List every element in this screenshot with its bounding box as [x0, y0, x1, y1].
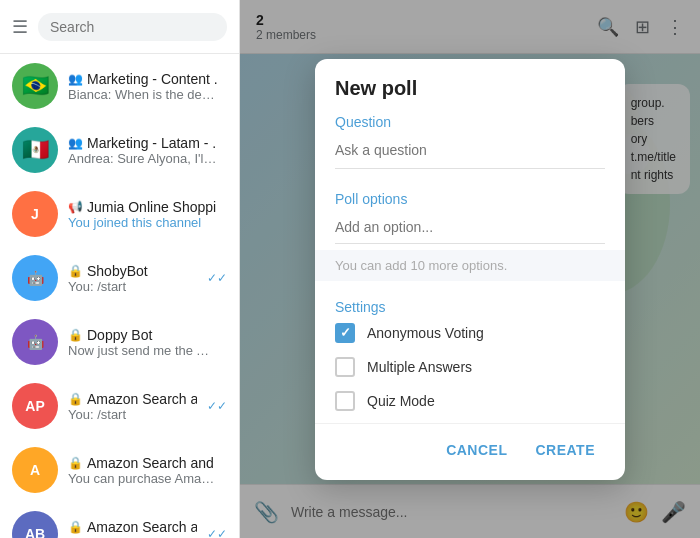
group-icon: 👥 — [68, 72, 83, 86]
checkbox-box-quiz — [335, 391, 355, 411]
avatar: AB — [12, 511, 58, 538]
chat-name-text: Amazon Search a... — [87, 519, 197, 535]
chat-item[interactable]: A 🔒 Amazon Search and ... You can purcha… — [0, 438, 239, 502]
chat-meta: ✓✓ — [207, 271, 227, 285]
bot-icon: 🔒 — [68, 456, 83, 470]
menu-icon[interactable]: ☰ — [12, 16, 28, 38]
read-receipt-icon: ✓✓ — [207, 271, 227, 285]
chat-preview: Bianca: When is the deadli... — [68, 87, 217, 102]
settings-section: Settings ✓ Anonymous Voting Multiple Ans… — [315, 287, 625, 423]
settings-label: Settings — [335, 299, 605, 315]
cancel-button[interactable]: CANCEL — [436, 436, 517, 464]
chat-info: 👥 Marketing - Content ... Bianca: When i… — [68, 71, 217, 102]
chat-item[interactable]: AP 🔒 Amazon Search a... You: /start ✓✓ — [0, 374, 239, 438]
chat-name: 🔒 Amazon Search a... — [68, 519, 197, 535]
chat-name: 🔒 Amazon Search a... — [68, 391, 197, 407]
chat-name-text: Marketing - Content ... — [87, 71, 217, 87]
chat-info: 🔒 Amazon Search a... You: /start — [68, 391, 197, 422]
chat-name: 📢 Jumia Online Shoppi... — [68, 199, 217, 215]
chat-name: 👥 Marketing - Latam - ... — [68, 135, 217, 151]
chat-item[interactable]: J 📢 Jumia Online Shoppi... You joined th… — [0, 182, 239, 246]
avatar: 🤖 — [12, 255, 58, 301]
question-input[interactable] — [335, 138, 605, 169]
avatar: 🤖 — [12, 319, 58, 365]
sidebar: ☰ 🇧🇷 👥 Marketing - Content ... Bianca: W… — [0, 0, 240, 538]
modal-title: New poll — [335, 77, 605, 100]
chat-preview: Andrea: Sure Alyona, I'll ge... — [68, 151, 217, 166]
options-hint: You can add 10 more options. — [315, 250, 625, 281]
modal-header: New poll Question — [315, 59, 625, 179]
checkmark-icon: ✓ — [340, 325, 351, 340]
chat-preview: You can purchase Amaz... — [68, 471, 217, 486]
chat-name: 🔒 Amazon Search and ... — [68, 455, 217, 471]
chat-name: 🔒 ShobyBot — [68, 263, 197, 279]
add-option-input[interactable] — [335, 215, 605, 244]
bot-icon: 🔒 — [68, 264, 83, 278]
read-receipt-icon: ✓✓ — [207, 527, 227, 538]
chat-name: 🔒 Doppy Bot — [68, 327, 217, 343]
avatar: AP — [12, 383, 58, 429]
bot-icon: 🔒 — [68, 520, 83, 534]
sidebar-header: ☰ — [0, 0, 239, 54]
checkbox-box-multiple — [335, 357, 355, 377]
avatar: J — [12, 191, 58, 237]
chat-name-text: Jumia Online Shoppi... — [87, 199, 217, 215]
chat-item[interactable]: 🤖 🔒 ShobyBot You: /start ✓✓ — [0, 246, 239, 310]
checkbox-anonymous[interactable]: ✓ Anonymous Voting — [335, 323, 605, 343]
poll-options-label: Poll options — [335, 191, 605, 207]
checkbox-label-quiz: Quiz Mode — [367, 393, 435, 409]
chat-preview: You: /start — [68, 535, 197, 539]
chat-name-text: ShobyBot — [87, 263, 148, 279]
chat-meta: ✓✓ — [207, 527, 227, 538]
chat-info: 🔒 Amazon Search a... You: /start — [68, 519, 197, 539]
chat-item[interactable]: 🇧🇷 👥 Marketing - Content ... Bianca: Whe… — [0, 54, 239, 118]
chat-item[interactable]: AB 🔒 Amazon Search a... You: /start ✓✓ — [0, 502, 239, 538]
channel-icon: 📢 — [68, 200, 83, 214]
avatar: A — [12, 447, 58, 493]
modal-footer: CANCEL CREATE — [315, 423, 625, 480]
chat-meta: ✓✓ — [207, 399, 227, 413]
search-input[interactable] — [50, 19, 215, 35]
checkbox-multiple[interactable]: Multiple Answers — [335, 357, 605, 377]
chat-name: 👥 Marketing - Content ... — [68, 71, 217, 87]
chat-preview: Now just send me the Am... — [68, 343, 217, 358]
poll-options-section: Poll options — [315, 179, 625, 244]
avatar: 🇲🇽 — [12, 127, 58, 173]
chat-name-text: Doppy Bot — [87, 327, 152, 343]
chat-preview: You: /start — [68, 279, 197, 294]
modal-overlay: New poll Question Poll options You can a… — [240, 0, 700, 538]
question-section-label: Question — [335, 114, 605, 130]
search-wrapper[interactable] — [38, 13, 227, 41]
new-poll-modal: New poll Question Poll options You can a… — [315, 59, 625, 480]
read-receipt-icon: ✓✓ — [207, 399, 227, 413]
checkbox-label-anonymous: Anonymous Voting — [367, 325, 484, 341]
chat-preview: You joined this channel — [68, 215, 217, 230]
chat-info: 📢 Jumia Online Shoppi... You joined this… — [68, 199, 217, 230]
group-icon: 👥 — [68, 136, 83, 150]
checkbox-box-anonymous: ✓ — [335, 323, 355, 343]
checkbox-label-multiple: Multiple Answers — [367, 359, 472, 375]
chat-list: 🇧🇷 👥 Marketing - Content ... Bianca: Whe… — [0, 54, 239, 538]
chat-info: 🔒 ShobyBot You: /start — [68, 263, 197, 294]
settings-checkboxes: ✓ Anonymous Voting Multiple Answers Quiz… — [335, 323, 605, 411]
chat-name-text: Marketing - Latam - ... — [87, 135, 217, 151]
chat-preview: You: /start — [68, 407, 197, 422]
chat-item[interactable]: 🤖 🔒 Doppy Bot Now just send me the Am... — [0, 310, 239, 374]
chat-info: 🔒 Doppy Bot Now just send me the Am... — [68, 327, 217, 358]
chat-info: 🔒 Amazon Search and ... You can purchase… — [68, 455, 217, 486]
checkbox-quiz[interactable]: Quiz Mode — [335, 391, 605, 411]
avatar: 🇧🇷 — [12, 63, 58, 109]
chat-info: 👥 Marketing - Latam - ... Andrea: Sure A… — [68, 135, 217, 166]
main-area: 2 2 members 🔍 ⊞ ⋮ group. bers ory t.me/t… — [240, 0, 700, 538]
chat-name-text: Amazon Search and ... — [87, 455, 217, 471]
chat-name-text: Amazon Search a... — [87, 391, 197, 407]
chat-item[interactable]: 🇲🇽 👥 Marketing - Latam - ... Andrea: Sur… — [0, 118, 239, 182]
bot-icon: 🔒 — [68, 328, 83, 342]
bot-icon: 🔒 — [68, 392, 83, 406]
create-button[interactable]: CREATE — [525, 436, 605, 464]
